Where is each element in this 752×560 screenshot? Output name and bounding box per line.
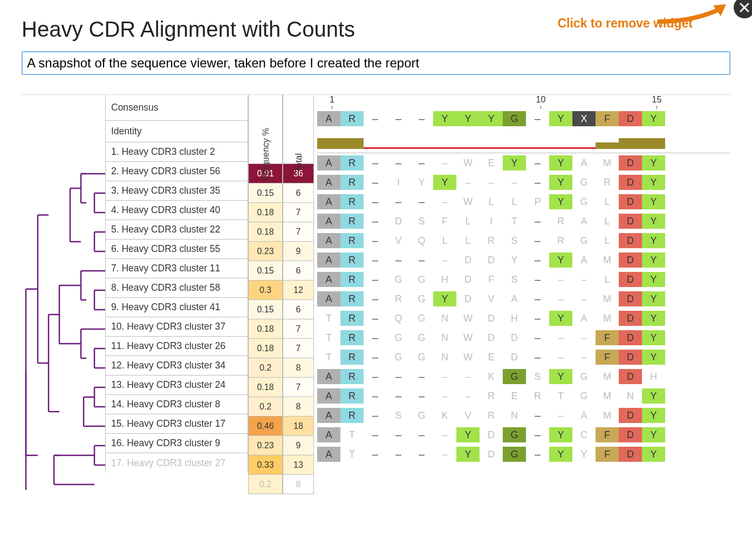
residue-cell: – (433, 155, 456, 170)
residue-cell: F (596, 427, 619, 442)
residue-cell: – (410, 155, 433, 170)
sequence-name[interactable]: 4. Heavy CDR3 cluster 40 (105, 201, 248, 220)
residue-cell: A (317, 194, 340, 209)
sequence-name[interactable]: 2. Heavy CDR3 cluster 56 (105, 162, 248, 181)
residue-cell: – (410, 388, 433, 404)
residue-cell: D (619, 214, 642, 229)
residue-cell: Y (642, 330, 665, 345)
sequence-row[interactable]: AR––––DDY–YAMDY (317, 250, 730, 270)
residue-cell: R (340, 175, 364, 190)
residue-cell: R (526, 388, 549, 404)
residue-cell: – (410, 252, 433, 268)
residue-cell: W (456, 350, 480, 365)
sequence-name[interactable]: 10. Heavy CDR3 cluster 37 (105, 317, 248, 337)
residue-cell: Y (642, 233, 665, 248)
sequence-row[interactable]: AR–IYY––––YGRDY (317, 173, 730, 192)
residue-cell: A (572, 155, 596, 170)
frequency-cell: 0.18 (248, 378, 283, 397)
sequence-area[interactable]: 11015 AR–––YYYG–YXFDY AR––––WEY–YAMDYAR–… (317, 95, 730, 464)
identity-bar (317, 138, 340, 149)
sequence-name[interactable]: 14. Heavy CDR3 cluster 8 (105, 395, 248, 414)
residue-cell: D (619, 233, 642, 248)
ruler-tick: 15 (645, 95, 668, 109)
residue-cell: – (526, 214, 549, 229)
caption-input[interactable] (22, 51, 730, 75)
sequence-row[interactable]: TR–QGNWDH–YAMDY (317, 309, 730, 328)
residue-cell: R (340, 408, 364, 423)
dendrogram-column (22, 95, 105, 505)
consensus-residue: – (410, 111, 433, 126)
sequence-name[interactable]: 11. Heavy CDR3 cluster 26 (105, 337, 248, 356)
sequence-name[interactable]: 8. Heavy CDR3 cluster 58 (105, 278, 248, 298)
residue-cell: – (387, 369, 410, 384)
sequence-row[interactable]: AR–GGHDFS–––LDY (317, 270, 730, 289)
residue-cell: – (364, 155, 387, 170)
residue-cell: R (549, 233, 572, 248)
residue-cell: Q (410, 233, 433, 248)
residue-cell: – (526, 233, 549, 248)
residue-cell: D (503, 350, 526, 365)
sequence-name[interactable]: 3. Heavy CDR3 cluster 35 (105, 181, 248, 201)
residue-cell: – (526, 175, 549, 190)
residue-cell: Y (549, 194, 572, 209)
residue-cell: N (433, 330, 456, 345)
residue-cell: G (410, 330, 433, 345)
residue-cell: – (526, 252, 549, 268)
residue-cell: L (596, 272, 619, 287)
residue-cell: R (480, 233, 503, 248)
residue-cell: R (387, 291, 410, 306)
residue-cell: Y (549, 252, 572, 268)
sequence-row[interactable]: AR––––WLLPYGLDY (317, 192, 730, 211)
sequence-name[interactable]: 9. Heavy CDR3 cluster 41 (105, 298, 248, 317)
residue-cell: W (456, 155, 480, 170)
arrow-icon (655, 4, 736, 26)
sequence-name[interactable]: 7. Heavy CDR3 cluster 11 (105, 259, 248, 278)
sequence-name[interactable]: 1. Heavy CDR3 cluster 2 (105, 142, 248, 162)
sequence-name[interactable]: 16. Heavy CDR3 cluster 9 (105, 434, 248, 453)
sequence-row[interactable]: TR–GGNWDD–––FDY (317, 328, 730, 347)
residue-cell: N (503, 408, 526, 423)
sequence-name[interactable]: 13. Heavy CDR3 cluster 24 (105, 375, 248, 395)
sequence-row[interactable]: AR–VQLLRS–RGLDY (317, 231, 730, 250)
residue-cell: A (572, 252, 596, 268)
total-cell: 7 (283, 222, 314, 242)
sequence-row[interactable]: TR–GGNWED–––FDY (317, 347, 730, 367)
identity-bar (549, 147, 572, 149)
residue-cell: T (340, 447, 364, 462)
sequence-name[interactable]: 12. Heavy CDR3 cluster 34 (105, 356, 248, 375)
sequence-name[interactable]: 6. Heavy CDR3 cluster 55 (105, 240, 248, 259)
sequence-name[interactable]: 5. Heavy CDR3 cluster 22 (105, 220, 248, 240)
residue-cell: – (456, 175, 480, 190)
sequence-name[interactable]: 15. Heavy CDR3 cluster 17 (105, 414, 248, 434)
sequence-row[interactable]: AR–DSFLIT–RALDY (317, 211, 730, 231)
consensus-residue: Y (456, 111, 480, 126)
residue-cell: G (572, 175, 596, 190)
sequence-row[interactable]: AR–––––RERTGMNY (317, 386, 730, 406)
total-column: Total 36677961267787818913 8 (283, 95, 314, 494)
sequence-row[interactable]: AR–SGKVRN––AMDY (317, 406, 730, 425)
sequence-row[interactable]: AT––––YDG–YCFDY (317, 425, 730, 445)
residue-cell: D (619, 194, 642, 209)
close-icon[interactable] (734, 0, 752, 18)
total-cell: 9 (283, 242, 314, 261)
residue-cell: S (503, 272, 526, 287)
residue-cell: – (410, 369, 433, 384)
residue-cell: W (456, 330, 480, 345)
residue-cell: A (317, 175, 340, 190)
residue-cell: – (387, 252, 410, 268)
residue-cell: Y (642, 155, 665, 170)
sequence-row[interactable]: AT––––YDG–YYFDY (317, 445, 730, 464)
ruler-tick: 10 (529, 95, 552, 109)
partial-row-name[interactable]: 17. Heavy CDR3 cluster 27 (105, 453, 248, 473)
residue-cell: A (317, 291, 340, 306)
residue-cell: Y (642, 252, 665, 268)
residue-cell: T (317, 350, 340, 365)
identity-header: Identity (105, 121, 248, 142)
residue-cell: R (340, 194, 364, 209)
residue-cell: G (572, 233, 596, 248)
sequence-row[interactable]: AR––––WEY–YAMDY (317, 153, 730, 173)
residue-cell: – (410, 194, 433, 209)
residue-cell: – (549, 408, 572, 423)
sequence-row[interactable]: AR–––––KGSYGMDH (317, 367, 730, 386)
sequence-row[interactable]: AR–RGYDVA–––MDY (317, 289, 730, 309)
